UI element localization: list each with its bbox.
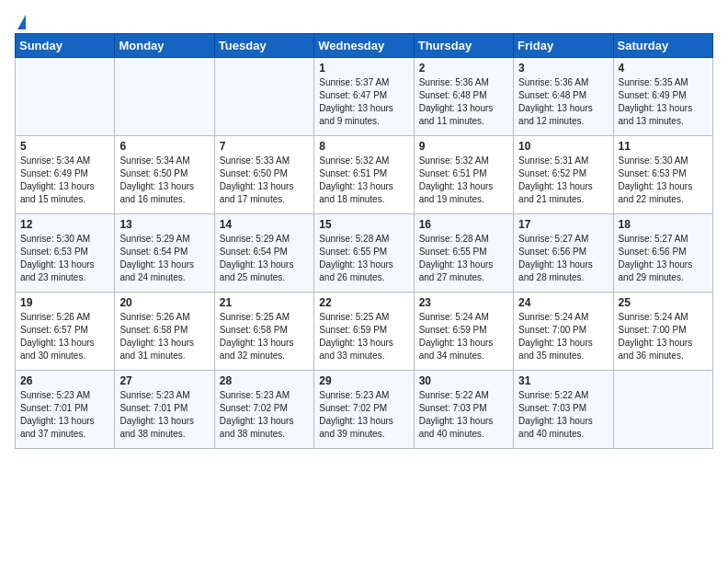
day-info: Sunrise: 5:24 AM Sunset: 7:00 PM Dayligh… [619, 311, 708, 362]
logo [15, 15, 26, 26]
day-header-saturday: Saturday [613, 34, 712, 58]
day-info: Sunrise: 5:34 AM Sunset: 6:50 PM Dayligh… [119, 155, 209, 206]
calendar-cell: 18Sunrise: 5:27 AM Sunset: 6:56 PM Dayli… [613, 214, 712, 293]
calendar-cell: 4Sunrise: 5:35 AM Sunset: 6:49 PM Daylig… [613, 58, 712, 136]
day-header-tuesday: Tuesday [214, 34, 313, 58]
day-info: Sunrise: 5:23 AM Sunset: 7:01 PM Dayligh… [20, 389, 109, 441]
day-info: Sunrise: 5:29 AM Sunset: 6:54 PM Dayligh… [119, 233, 209, 284]
day-info: Sunrise: 5:27 AM Sunset: 6:56 PM Dayligh… [518, 233, 608, 284]
day-info: Sunrise: 5:23 AM Sunset: 7:02 PM Dayligh… [319, 389, 408, 441]
day-number: 21 [220, 296, 309, 309]
day-info: Sunrise: 5:23 AM Sunset: 7:02 PM Dayligh… [220, 389, 309, 441]
day-number: 19 [20, 296, 109, 309]
calendar-cell: 25Sunrise: 5:24 AM Sunset: 7:00 PM Dayli… [613, 293, 712, 371]
day-info: Sunrise: 5:34 AM Sunset: 6:49 PM Dayligh… [20, 155, 109, 206]
day-number: 13 [119, 218, 209, 231]
day-info: Sunrise: 5:37 AM Sunset: 6:47 PM Dayligh… [319, 76, 408, 128]
day-header-sunday: Sunday [16, 34, 115, 58]
day-info: Sunrise: 5:31 AM Sunset: 6:52 PM Dayligh… [518, 155, 608, 206]
calendar-week-row: 26Sunrise: 5:23 AM Sunset: 7:01 PM Dayli… [16, 371, 713, 449]
day-number: 11 [619, 140, 708, 153]
day-info: Sunrise: 5:24 AM Sunset: 7:00 PM Dayligh… [518, 311, 608, 362]
day-info: Sunrise: 5:28 AM Sunset: 6:55 PM Dayligh… [319, 233, 408, 284]
calendar-cell: 11Sunrise: 5:30 AM Sunset: 6:53 PM Dayli… [613, 136, 712, 214]
day-number: 9 [419, 140, 508, 153]
calendar-cell: 2Sunrise: 5:36 AM Sunset: 6:48 PM Daylig… [414, 58, 513, 136]
calendar-cell: 3Sunrise: 5:36 AM Sunset: 6:48 PM Daylig… [514, 58, 613, 136]
day-info: Sunrise: 5:22 AM Sunset: 7:03 PM Dayligh… [518, 389, 608, 441]
calendar-cell [115, 58, 214, 136]
day-info: Sunrise: 5:26 AM Sunset: 6:57 PM Dayligh… [20, 311, 109, 362]
calendar-cell: 5Sunrise: 5:34 AM Sunset: 6:49 PM Daylig… [16, 136, 115, 214]
calendar-table: SundayMondayTuesdayWednesdayThursdayFrid… [15, 33, 713, 449]
day-number: 26 [20, 374, 109, 387]
day-number: 6 [119, 140, 209, 153]
page-header [15, 15, 713, 26]
day-info: Sunrise: 5:28 AM Sunset: 6:55 PM Dayligh… [419, 233, 508, 284]
day-number: 8 [319, 140, 408, 153]
day-number: 25 [619, 296, 708, 309]
day-number: 5 [20, 140, 109, 153]
day-info: Sunrise: 5:24 AM Sunset: 6:59 PM Dayligh… [419, 311, 508, 362]
day-number: 27 [119, 374, 209, 387]
day-header-thursday: Thursday [414, 34, 513, 58]
day-number: 12 [20, 218, 109, 231]
calendar-cell: 6Sunrise: 5:34 AM Sunset: 6:50 PM Daylig… [115, 136, 214, 214]
calendar-cell: 26Sunrise: 5:23 AM Sunset: 7:01 PM Dayli… [16, 371, 115, 449]
day-info: Sunrise: 5:30 AM Sunset: 6:53 PM Dayligh… [20, 233, 109, 284]
day-number: 30 [419, 374, 508, 387]
calendar-cell: 7Sunrise: 5:33 AM Sunset: 6:50 PM Daylig… [214, 136, 313, 214]
calendar-header-row: SundayMondayTuesdayWednesdayThursdayFrid… [16, 34, 713, 58]
calendar-cell: 24Sunrise: 5:24 AM Sunset: 7:00 PM Dayli… [514, 293, 613, 371]
day-number: 7 [220, 140, 309, 153]
calendar-cell: 12Sunrise: 5:30 AM Sunset: 6:53 PM Dayli… [16, 214, 115, 293]
day-header-monday: Monday [115, 34, 214, 58]
calendar-cell [16, 58, 115, 136]
day-info: Sunrise: 5:26 AM Sunset: 6:58 PM Dayligh… [119, 311, 209, 362]
calendar-cell: 21Sunrise: 5:25 AM Sunset: 6:58 PM Dayli… [214, 293, 313, 371]
day-number: 28 [220, 374, 309, 387]
calendar-cell: 1Sunrise: 5:37 AM Sunset: 6:47 PM Daylig… [314, 58, 414, 136]
day-number: 24 [518, 296, 608, 309]
day-info: Sunrise: 5:33 AM Sunset: 6:50 PM Dayligh… [220, 155, 309, 206]
calendar-cell: 15Sunrise: 5:28 AM Sunset: 6:55 PM Dayli… [314, 214, 414, 293]
day-info: Sunrise: 5:32 AM Sunset: 6:51 PM Dayligh… [319, 155, 408, 206]
day-number: 15 [319, 218, 408, 231]
day-number: 4 [619, 62, 708, 75]
calendar-cell: 17Sunrise: 5:27 AM Sunset: 6:56 PM Dayli… [514, 214, 613, 293]
day-info: Sunrise: 5:32 AM Sunset: 6:51 PM Dayligh… [419, 155, 508, 206]
day-header-wednesday: Wednesday [314, 34, 414, 58]
calendar-cell: 27Sunrise: 5:23 AM Sunset: 7:01 PM Dayli… [115, 371, 214, 449]
calendar-cell: 23Sunrise: 5:24 AM Sunset: 6:59 PM Dayli… [414, 293, 513, 371]
calendar-cell: 29Sunrise: 5:23 AM Sunset: 7:02 PM Dayli… [314, 371, 414, 449]
day-info: Sunrise: 5:23 AM Sunset: 7:01 PM Dayligh… [119, 389, 209, 441]
calendar-cell: 13Sunrise: 5:29 AM Sunset: 6:54 PM Dayli… [115, 214, 214, 293]
day-number: 16 [419, 218, 508, 231]
day-number: 22 [319, 296, 408, 309]
day-number: 2 [419, 62, 508, 75]
day-number: 10 [518, 140, 608, 153]
day-number: 20 [119, 296, 209, 309]
calendar-week-row: 12Sunrise: 5:30 AM Sunset: 6:53 PM Dayli… [16, 214, 713, 293]
day-number: 29 [319, 374, 408, 387]
calendar-cell: 8Sunrise: 5:32 AM Sunset: 6:51 PM Daylig… [314, 136, 414, 214]
calendar-cell: 19Sunrise: 5:26 AM Sunset: 6:57 PM Dayli… [16, 293, 115, 371]
calendar-week-row: 5Sunrise: 5:34 AM Sunset: 6:49 PM Daylig… [16, 136, 713, 214]
calendar-cell: 20Sunrise: 5:26 AM Sunset: 6:58 PM Dayli… [115, 293, 214, 371]
day-info: Sunrise: 5:25 AM Sunset: 6:58 PM Dayligh… [220, 311, 309, 362]
day-header-friday: Friday [514, 34, 613, 58]
calendar-week-row: 19Sunrise: 5:26 AM Sunset: 6:57 PM Dayli… [16, 293, 713, 371]
day-info: Sunrise: 5:25 AM Sunset: 6:59 PM Dayligh… [319, 311, 408, 362]
calendar-cell: 22Sunrise: 5:25 AM Sunset: 6:59 PM Dayli… [314, 293, 414, 371]
calendar-cell: 14Sunrise: 5:29 AM Sunset: 6:54 PM Dayli… [214, 214, 313, 293]
day-number: 17 [518, 218, 608, 231]
calendar-cell: 16Sunrise: 5:28 AM Sunset: 6:55 PM Dayli… [414, 214, 513, 293]
calendar-cell [613, 371, 712, 449]
day-number: 3 [518, 62, 608, 75]
day-info: Sunrise: 5:36 AM Sunset: 6:48 PM Dayligh… [419, 76, 508, 128]
day-number: 31 [518, 374, 608, 387]
day-info: Sunrise: 5:27 AM Sunset: 6:56 PM Dayligh… [619, 233, 708, 284]
day-number: 23 [419, 296, 508, 309]
calendar-cell: 31Sunrise: 5:22 AM Sunset: 7:03 PM Dayli… [514, 371, 613, 449]
calendar-cell: 10Sunrise: 5:31 AM Sunset: 6:52 PM Dayli… [514, 136, 613, 214]
